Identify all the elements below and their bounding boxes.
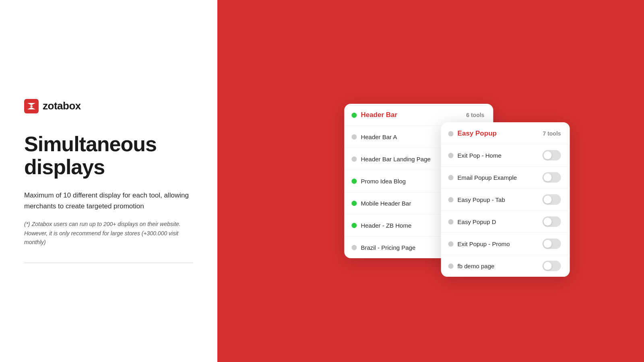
row-dot-0 — [351, 134, 357, 140]
logo-area: zotabox — [24, 99, 193, 113]
ep-row-label-0: Exit Pop - Home — [458, 152, 502, 159]
easy-popup-row-4: Exit Popup - Promo — [441, 233, 570, 255]
ep-row-dot-0 — [448, 153, 454, 158]
main-heading: Simultaneous displays — [24, 133, 193, 179]
header-bar-title: Header Bar — [361, 111, 397, 119]
row-dot-5 — [351, 245, 357, 250]
row-dot-3 — [351, 201, 357, 206]
easy-popup-dot — [448, 131, 454, 136]
left-panel: zotabox Simultaneous displays Maximum of… — [0, 0, 217, 362]
right-panel: Header Bar 6 tools Header Bar A Header B… — [217, 0, 644, 362]
divider — [24, 263, 193, 263]
row-label-1: Header Bar Landing Page — [361, 156, 430, 162]
ep-toggle-2[interactable] — [543, 194, 561, 205]
easy-popup-title: Easy Popup — [458, 130, 497, 138]
ep-row-dot-1 — [448, 175, 454, 180]
header-bar-title-area: Header Bar — [351, 111, 397, 119]
row-label-4: Header - ZB Home — [361, 222, 411, 229]
ep-row-label-2: Easy Popup - Tab — [458, 196, 505, 203]
zotabox-logo-icon — [24, 99, 39, 113]
easy-popup-card: Easy Popup 7 tools Exit Pop - Home Email… — [441, 122, 570, 277]
easy-popup-row-2: Easy Popup - Tab — [441, 189, 570, 211]
easy-popup-tools-badge: 7 tools — [543, 130, 561, 137]
ep-row-dot-5 — [448, 263, 454, 269]
ep-toggle-5[interactable] — [543, 261, 561, 271]
row-label-3: Mobile Header Bar — [361, 200, 411, 207]
header-bar-active-dot — [351, 113, 357, 118]
row-label-5: Brazil - Pricing Page — [361, 244, 415, 251]
row-dot-4 — [351, 223, 357, 228]
row-dot-1 — [351, 156, 357, 162]
ep-row-dot-4 — [448, 241, 454, 247]
row-label-2: Promo Idea Blog — [361, 178, 406, 185]
ep-toggle-1[interactable] — [543, 172, 561, 183]
easy-popup-card-header: Easy Popup 7 tools — [441, 122, 570, 144]
ep-toggle-4[interactable] — [543, 239, 561, 249]
description-text: Maximum of 10 different display for each… — [24, 190, 193, 212]
easy-popup-row-3: Easy Popup D — [441, 211, 570, 233]
ep-row-dot-2 — [448, 197, 454, 202]
ep-row-dot-3 — [448, 219, 454, 224]
easy-popup-row-0: Exit Pop - Home — [441, 144, 570, 167]
row-dot-2 — [351, 179, 357, 184]
logo-text: zotabox — [43, 100, 81, 112]
easy-popup-row-1: Email Popup Example — [441, 167, 570, 189]
ep-row-label-3: Easy Popup D — [458, 218, 496, 225]
footnote-text: (*) Zotabox users can run up to 200+ dis… — [24, 220, 193, 247]
ep-row-label-1: Email Popup Example — [458, 174, 517, 181]
ep-toggle-0[interactable] — [543, 150, 561, 160]
ep-toggle-3[interactable] — [543, 216, 561, 227]
row-label-0: Header Bar A — [361, 134, 397, 140]
easy-popup-title-area: Easy Popup — [448, 130, 497, 138]
easy-popup-row-5: fb demo page — [441, 255, 570, 277]
ep-row-label-4: Exit Popup - Promo — [458, 241, 510, 247]
header-bar-tools-badge: 6 tools — [466, 112, 484, 118]
ep-row-label-5: fb demo page — [458, 263, 495, 269]
